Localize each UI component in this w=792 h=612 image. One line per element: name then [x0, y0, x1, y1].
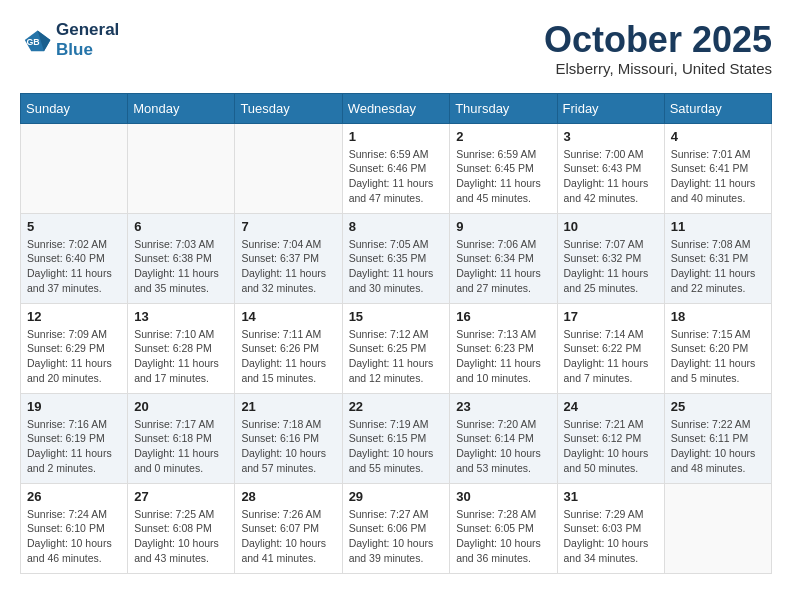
calendar-cell: 18Sunrise: 7:15 AM Sunset: 6:20 PM Dayli… [664, 303, 771, 393]
day-info: Sunrise: 7:10 AM Sunset: 6:28 PM Dayligh… [134, 327, 228, 386]
day-number: 4 [671, 129, 765, 144]
calendar-cell: 10Sunrise: 7:07 AM Sunset: 6:32 PM Dayli… [557, 213, 664, 303]
calendar-cell: 27Sunrise: 7:25 AM Sunset: 6:08 PM Dayli… [128, 483, 235, 573]
day-number: 26 [27, 489, 121, 504]
day-number: 12 [27, 309, 121, 324]
day-info: Sunrise: 7:15 AM Sunset: 6:20 PM Dayligh… [671, 327, 765, 386]
calendar-cell [235, 123, 342, 213]
calendar-cell: 23Sunrise: 7:20 AM Sunset: 6:14 PM Dayli… [450, 393, 557, 483]
weekday-header-row: SundayMondayTuesdayWednesdayThursdayFrid… [21, 93, 772, 123]
svg-text:GB: GB [26, 37, 39, 47]
calendar-cell: 8Sunrise: 7:05 AM Sunset: 6:35 PM Daylig… [342, 213, 450, 303]
day-number: 30 [456, 489, 550, 504]
day-info: Sunrise: 7:12 AM Sunset: 6:25 PM Dayligh… [349, 327, 444, 386]
page-header: GB General Blue October 2025 Elsberry, M… [20, 20, 772, 77]
calendar-week-row: 5Sunrise: 7:02 AM Sunset: 6:40 PM Daylig… [21, 213, 772, 303]
day-info: Sunrise: 6:59 AM Sunset: 6:46 PM Dayligh… [349, 147, 444, 206]
day-number: 31 [564, 489, 658, 504]
day-number: 8 [349, 219, 444, 234]
day-number: 24 [564, 399, 658, 414]
day-number: 10 [564, 219, 658, 234]
day-number: 2 [456, 129, 550, 144]
day-number: 29 [349, 489, 444, 504]
day-info: Sunrise: 6:59 AM Sunset: 6:45 PM Dayligh… [456, 147, 550, 206]
calendar-cell: 22Sunrise: 7:19 AM Sunset: 6:15 PM Dayli… [342, 393, 450, 483]
day-info: Sunrise: 7:27 AM Sunset: 6:06 PM Dayligh… [349, 507, 444, 566]
calendar-cell: 9Sunrise: 7:06 AM Sunset: 6:34 PM Daylig… [450, 213, 557, 303]
calendar-cell: 2Sunrise: 6:59 AM Sunset: 6:45 PM Daylig… [450, 123, 557, 213]
calendar-cell: 6Sunrise: 7:03 AM Sunset: 6:38 PM Daylig… [128, 213, 235, 303]
calendar-cell [128, 123, 235, 213]
day-number: 5 [27, 219, 121, 234]
day-info: Sunrise: 7:05 AM Sunset: 6:35 PM Dayligh… [349, 237, 444, 296]
calendar-cell [664, 483, 771, 573]
day-info: Sunrise: 7:22 AM Sunset: 6:11 PM Dayligh… [671, 417, 765, 476]
location-text: Elsberry, Missouri, United States [544, 60, 772, 77]
day-info: Sunrise: 7:21 AM Sunset: 6:12 PM Dayligh… [564, 417, 658, 476]
day-info: Sunrise: 7:00 AM Sunset: 6:43 PM Dayligh… [564, 147, 658, 206]
day-info: Sunrise: 7:01 AM Sunset: 6:41 PM Dayligh… [671, 147, 765, 206]
day-info: Sunrise: 7:29 AM Sunset: 6:03 PM Dayligh… [564, 507, 658, 566]
day-number: 7 [241, 219, 335, 234]
calendar-cell: 1Sunrise: 6:59 AM Sunset: 6:46 PM Daylig… [342, 123, 450, 213]
weekday-header-saturday: Saturday [664, 93, 771, 123]
day-number: 15 [349, 309, 444, 324]
calendar-cell: 11Sunrise: 7:08 AM Sunset: 6:31 PM Dayli… [664, 213, 771, 303]
day-number: 17 [564, 309, 658, 324]
calendar-table: SundayMondayTuesdayWednesdayThursdayFrid… [20, 93, 772, 574]
calendar-cell: 7Sunrise: 7:04 AM Sunset: 6:37 PM Daylig… [235, 213, 342, 303]
day-number: 9 [456, 219, 550, 234]
day-number: 13 [134, 309, 228, 324]
calendar-week-row: 12Sunrise: 7:09 AM Sunset: 6:29 PM Dayli… [21, 303, 772, 393]
day-info: Sunrise: 7:14 AM Sunset: 6:22 PM Dayligh… [564, 327, 658, 386]
calendar-cell: 25Sunrise: 7:22 AM Sunset: 6:11 PM Dayli… [664, 393, 771, 483]
logo-icon: GB [20, 24, 52, 56]
day-number: 28 [241, 489, 335, 504]
day-number: 3 [564, 129, 658, 144]
day-info: Sunrise: 7:09 AM Sunset: 6:29 PM Dayligh… [27, 327, 121, 386]
calendar-cell: 21Sunrise: 7:18 AM Sunset: 6:16 PM Dayli… [235, 393, 342, 483]
day-number: 1 [349, 129, 444, 144]
calendar-cell: 24Sunrise: 7:21 AM Sunset: 6:12 PM Dayli… [557, 393, 664, 483]
calendar-cell [21, 123, 128, 213]
day-info: Sunrise: 7:19 AM Sunset: 6:15 PM Dayligh… [349, 417, 444, 476]
weekday-header-friday: Friday [557, 93, 664, 123]
day-info: Sunrise: 7:06 AM Sunset: 6:34 PM Dayligh… [456, 237, 550, 296]
day-number: 11 [671, 219, 765, 234]
day-number: 22 [349, 399, 444, 414]
day-number: 21 [241, 399, 335, 414]
day-number: 18 [671, 309, 765, 324]
calendar-cell: 26Sunrise: 7:24 AM Sunset: 6:10 PM Dayli… [21, 483, 128, 573]
day-info: Sunrise: 7:18 AM Sunset: 6:16 PM Dayligh… [241, 417, 335, 476]
calendar-cell: 3Sunrise: 7:00 AM Sunset: 6:43 PM Daylig… [557, 123, 664, 213]
day-number: 16 [456, 309, 550, 324]
calendar-cell: 15Sunrise: 7:12 AM Sunset: 6:25 PM Dayli… [342, 303, 450, 393]
day-info: Sunrise: 7:07 AM Sunset: 6:32 PM Dayligh… [564, 237, 658, 296]
day-number: 25 [671, 399, 765, 414]
calendar-cell: 30Sunrise: 7:28 AM Sunset: 6:05 PM Dayli… [450, 483, 557, 573]
calendar-cell: 12Sunrise: 7:09 AM Sunset: 6:29 PM Dayli… [21, 303, 128, 393]
weekday-header-wednesday: Wednesday [342, 93, 450, 123]
day-info: Sunrise: 7:02 AM Sunset: 6:40 PM Dayligh… [27, 237, 121, 296]
title-block: October 2025 Elsberry, Missouri, United … [544, 20, 772, 77]
weekday-header-monday: Monday [128, 93, 235, 123]
calendar-cell: 4Sunrise: 7:01 AM Sunset: 6:41 PM Daylig… [664, 123, 771, 213]
day-number: 19 [27, 399, 121, 414]
weekday-header-sunday: Sunday [21, 93, 128, 123]
day-number: 23 [456, 399, 550, 414]
calendar-week-row: 26Sunrise: 7:24 AM Sunset: 6:10 PM Dayli… [21, 483, 772, 573]
day-number: 20 [134, 399, 228, 414]
day-info: Sunrise: 7:25 AM Sunset: 6:08 PM Dayligh… [134, 507, 228, 566]
logo: GB General Blue [20, 20, 119, 61]
weekday-header-thursday: Thursday [450, 93, 557, 123]
day-number: 6 [134, 219, 228, 234]
calendar-cell: 14Sunrise: 7:11 AM Sunset: 6:26 PM Dayli… [235, 303, 342, 393]
calendar-cell: 17Sunrise: 7:14 AM Sunset: 6:22 PM Dayli… [557, 303, 664, 393]
day-number: 27 [134, 489, 228, 504]
month-title: October 2025 [544, 20, 772, 60]
calendar-cell: 28Sunrise: 7:26 AM Sunset: 6:07 PM Dayli… [235, 483, 342, 573]
calendar-cell: 19Sunrise: 7:16 AM Sunset: 6:19 PM Dayli… [21, 393, 128, 483]
day-info: Sunrise: 7:24 AM Sunset: 6:10 PM Dayligh… [27, 507, 121, 566]
calendar-cell: 5Sunrise: 7:02 AM Sunset: 6:40 PM Daylig… [21, 213, 128, 303]
logo-general: General [56, 20, 119, 39]
